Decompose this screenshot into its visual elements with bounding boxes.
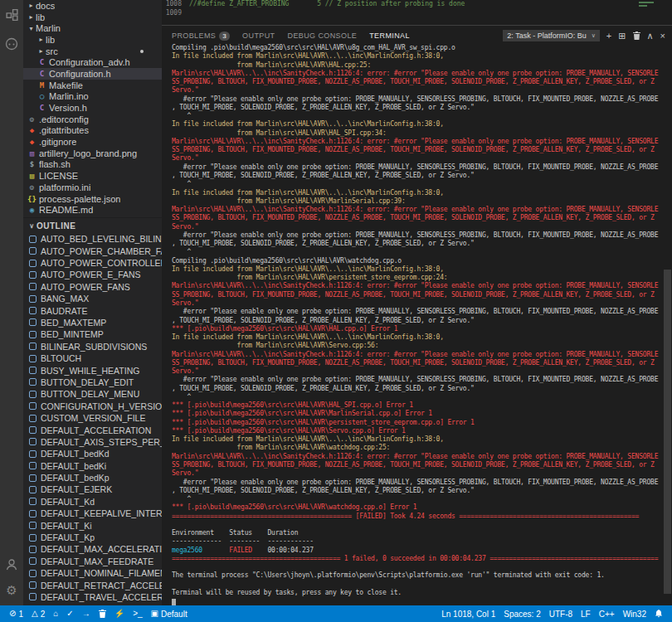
outline-item[interactable]: DEFAULT_AXIS_STEPS_PER_UNIT bbox=[23, 436, 162, 448]
tree-folder-lib[interactable]: ▸lib bbox=[23, 12, 162, 23]
outline-item[interactable]: DEFAULT_RETRACT_ACCELERATION bbox=[23, 579, 162, 590]
tree-file-artillery_logo_brand.png[interactable]: ▨artillery_logo_brand.png bbox=[23, 148, 162, 159]
tree-file-LICENSE[interactable]: ▤LICENSE bbox=[23, 170, 162, 182]
warning-count[interactable]: △2 bbox=[27, 605, 49, 622]
terminal-picker[interactable]: 2: Task - PlatformIO: Bu ∨ bbox=[503, 30, 600, 41]
license-file-icon: ▤ bbox=[27, 172, 37, 180]
terminal-text: In file included from Marlin\src\HAL\AVR… bbox=[172, 265, 444, 273]
tree-file-flash.sh[interactable]: $flash.sh bbox=[23, 159, 162, 171]
account-icon[interactable] bbox=[4, 557, 19, 572]
tree-file-Makefile[interactable]: MMakefile bbox=[23, 80, 162, 91]
minimap[interactable] bbox=[639, 0, 659, 25]
platformio-icon[interactable] bbox=[4, 36, 19, 51]
pio-home[interactable]: ⌂ bbox=[49, 605, 62, 622]
pio-serial-monitor[interactable]: ⚡ bbox=[110, 605, 129, 622]
terminal-text: Servo." bbox=[172, 367, 198, 375]
outline-item[interactable]: DEFAULT_Kp bbox=[23, 532, 162, 543]
tree-file-Configuration_adv.h[interactable]: CConfiguration_adv.h bbox=[23, 56, 162, 68]
outline-item[interactable]: DEFAULT_ACCELERATION bbox=[23, 424, 162, 435]
outline-item[interactable]: DEFAULT_bedKi bbox=[23, 459, 162, 471]
outline-item[interactable]: DEFAULT_MAX_ACCELERATION bbox=[23, 543, 162, 555]
eol[interactable]: LF bbox=[577, 605, 595, 622]
tree-folder-lib[interactable]: ▸lib bbox=[23, 34, 162, 46]
status-text: C++ bbox=[599, 610, 615, 619]
error-count[interactable]: ⊘1 bbox=[5, 605, 27, 622]
outline-item[interactable]: BUTTON_DELAY_MENU bbox=[23, 388, 162, 400]
maximize-panel-icon[interactable]: ∧ bbox=[647, 32, 654, 41]
outline-item[interactable]: BUTTON_DELAY_EDIT bbox=[23, 377, 162, 388]
platform-mode[interactable]: Win32 bbox=[619, 605, 650, 622]
panel-header: PROBLEMS3OUTPUTDEBUG CONSOLETERMINAL 2: … bbox=[162, 26, 672, 44]
outline-item[interactable]: AUTO_BED_LEVELING_BILINEAR bbox=[23, 233, 162, 245]
outline-item[interactable]: DEFAULT_TRAVEL_ACCELERATION bbox=[23, 591, 162, 603]
panel-tab-debug-console[interactable]: DEBUG CONSOLE bbox=[287, 32, 357, 40]
outline-item[interactable]: DEFAULT_Ki bbox=[23, 519, 162, 531]
extensions-icon[interactable] bbox=[4, 7, 19, 22]
terminal-line: ========================================… bbox=[172, 555, 664, 563]
tree-folder-Marlin[interactable]: ▾Marlin bbox=[23, 22, 162, 34]
pio-terminal[interactable]: >_ bbox=[129, 605, 146, 622]
modified-dot-icon bbox=[140, 50, 144, 53]
tree-file-Version.h[interactable]: CVersion.h bbox=[23, 102, 162, 114]
terminal-output[interactable]: Compiling .pio\build\mega2560\src\src\HA… bbox=[172, 44, 664, 605]
tree-file-.editorconfig[interactable]: ⚙.editorconfig bbox=[23, 114, 162, 125]
tree-folder-docs[interactable]: ▸docs bbox=[23, 0, 162, 12]
settings-gear-icon[interactable]: ⚙ bbox=[4, 582, 19, 597]
outline-item[interactable]: AUTO_POWER_FANS bbox=[23, 281, 162, 293]
panel-tab-problems[interactable]: PROBLEMS3 bbox=[172, 32, 230, 41]
outline-item[interactable]: AUTO_POWER_CHAMBER_FAN bbox=[23, 245, 162, 256]
outline-item[interactable]: DEFAULT_bedKd bbox=[23, 448, 162, 459]
symbol-constant-icon bbox=[29, 510, 37, 518]
outline-item-label: DEFAULT_ACCELERATION bbox=[41, 425, 151, 435]
tree-file-platformio.ini[interactable]: ⚙platformio.ini bbox=[23, 182, 162, 193]
split-terminal-icon[interactable]: ⊞ bbox=[618, 32, 626, 41]
outline-item[interactable]: CUSTOM_VERSION_FILE bbox=[23, 412, 162, 424]
outline-item[interactable]: BED_MINTEMP bbox=[23, 328, 162, 340]
terminal-scrollbar[interactable] bbox=[664, 270, 671, 594]
outline-item-label: DEFAULT_bedKd bbox=[41, 449, 110, 459]
outline-item[interactable]: BAUDRATE bbox=[23, 304, 162, 316]
tree-file-Marlin.ino[interactable]: ○Marlin.ino bbox=[23, 91, 162, 103]
outline-item[interactable]: DEFAULT_MAX_FEEDRATE bbox=[23, 556, 162, 567]
panel-tab-terminal[interactable]: TERMINAL bbox=[369, 32, 410, 40]
tree-file-.gitignore[interactable]: ◆.gitignore bbox=[23, 136, 162, 148]
tree-file-process-palette.json[interactable]: {}process-palette.json bbox=[23, 193, 162, 205]
outline-item[interactable]: DEFAULT_EJERK bbox=[23, 484, 162, 495]
outline-item[interactable]: AUTO_POWER_E_FANS bbox=[23, 269, 162, 280]
outline-item[interactable]: CONFIGURATION_H_VERSION bbox=[23, 401, 162, 412]
encoding[interactable]: UTF-8 bbox=[545, 605, 577, 622]
outline-header[interactable]: ∨ OUTLINE bbox=[23, 217, 162, 233]
outline-item[interactable]: DEFAULT_Kd bbox=[23, 496, 162, 508]
panel-tab-output[interactable]: OUTPUT bbox=[242, 32, 275, 40]
outline-item[interactable]: BUSY_WHILE_HEATING bbox=[23, 364, 162, 376]
outline-item[interactable]: DEFAULT_bedKp bbox=[23, 472, 162, 484]
pio-build[interactable]: ✓ bbox=[62, 605, 77, 622]
tree-file-.gitattributes[interactable]: ◆.gitattributes bbox=[23, 125, 162, 137]
language-mode[interactable]: C++ bbox=[595, 605, 619, 622]
pio-clean[interactable] bbox=[95, 605, 110, 622]
tree-folder-src[interactable]: ▸src bbox=[23, 46, 162, 57]
notifications[interactable] bbox=[650, 605, 667, 622]
close-panel-icon[interactable]: × bbox=[660, 32, 665, 41]
indentation[interactable]: Spaces: 2 bbox=[499, 605, 544, 622]
terminal-line: Servo." bbox=[172, 223, 664, 231]
tree-file-README.md[interactable]: ◉README.md bbox=[23, 204, 162, 216]
cursor-position[interactable]: Ln 1018, Col 1 bbox=[437, 605, 499, 622]
outline-item[interactable]: BANG_MAX bbox=[23, 293, 162, 304]
terminal-line: ^ bbox=[172, 112, 664, 120]
editor[interactable]: 1008//#define Z_AFTER_PROBING 5 // Z pos… bbox=[162, 0, 672, 25]
outline-item[interactable]: DEFAULT_NOMINAL_FILAMENT_D... bbox=[23, 567, 162, 579]
outline-item[interactable]: BED_MAXTEMP bbox=[23, 317, 162, 328]
terminal-line: from Marlin\src\HAL\AVR\Servo.cpp:56: bbox=[172, 342, 664, 350]
pio-env-default[interactable]: ▣Default bbox=[147, 605, 192, 622]
outline-item[interactable]: AUTO_POWER_CONTROLLERFAN bbox=[23, 257, 162, 269]
terminal-text: Marlin\src\HAL\AVR\..\..\inc\SanityCheck… bbox=[172, 351, 658, 358]
outline-item[interactable]: DEFAULT_KEEPALIVE_INTERVAL bbox=[23, 508, 162, 519]
new-terminal-icon[interactable]: + bbox=[606, 32, 611, 41]
outline-item[interactable]: BILINEAR_SUBDIVISIONS bbox=[23, 341, 162, 352]
pio-upload[interactable]: → bbox=[78, 605, 95, 622]
tree-item-label: .editorconfig bbox=[39, 114, 89, 124]
kill-terminal-icon[interactable] bbox=[633, 32, 640, 40]
outline-item[interactable]: BLTOUCH bbox=[23, 352, 162, 364]
tree-file-Configuration.h[interactable]: CConfiguration.h bbox=[23, 68, 162, 80]
